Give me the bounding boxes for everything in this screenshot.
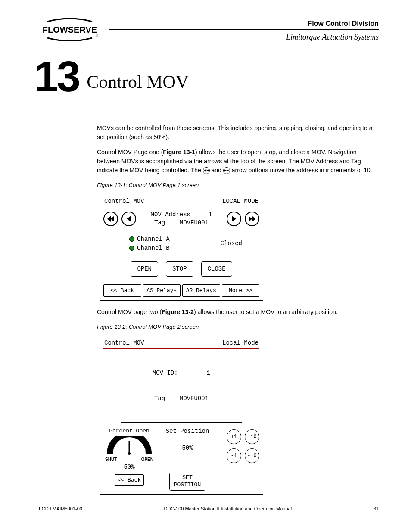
percent-open-label: Percent Open bbox=[103, 427, 155, 436]
mov-tag-label: Tag MOVFU001 bbox=[103, 395, 259, 403]
footer-page-number: 61 bbox=[374, 506, 379, 511]
position-gauge bbox=[103, 436, 155, 456]
fast-forward-button[interactable] bbox=[245, 212, 259, 226]
back-nav-button[interactable]: << Back bbox=[103, 284, 141, 297]
body-paragraph: Control MOV Page one (Figure 13-1) allow… bbox=[97, 148, 374, 175]
svg-line-13 bbox=[142, 450, 146, 452]
plus-one-button[interactable]: +1 bbox=[227, 429, 241, 444]
open-button[interactable]: OPEN bbox=[131, 261, 158, 277]
svg-marker-7 bbox=[252, 216, 255, 222]
mode-label: LOCAL MODE bbox=[222, 197, 258, 206]
mode-label: Local Mode bbox=[222, 339, 258, 348]
channel-a-row: Channel A bbox=[129, 235, 170, 244]
mov-id-label: MOV ID: 1 bbox=[103, 369, 259, 378]
fast-back-button[interactable] bbox=[103, 212, 118, 226]
division-label: Flow Control Division bbox=[109, 20, 379, 28]
svg-marker-5 bbox=[232, 216, 236, 222]
plus-ten-button[interactable]: +10 bbox=[245, 429, 259, 444]
back-nav-button[interactable]: << Back bbox=[115, 474, 144, 486]
stop-button[interactable]: STOP bbox=[166, 261, 193, 277]
screen-title: Control MOV bbox=[104, 339, 144, 348]
percent-value: 50% bbox=[103, 463, 155, 472]
as-relays-button[interactable]: AS Relays bbox=[143, 284, 181, 297]
set-position-label: Set Position bbox=[159, 427, 215, 436]
ar-relays-button[interactable]: AR Relays bbox=[182, 284, 220, 297]
mov-tag-label: Tag MOVFU001 bbox=[140, 219, 223, 227]
shut-label: SHUT bbox=[105, 456, 117, 463]
svg-marker-6 bbox=[249, 216, 252, 222]
set-position-value: 50% bbox=[159, 444, 215, 453]
status-dot-icon bbox=[129, 236, 134, 242]
svg-line-8 bbox=[113, 450, 116, 452]
divider bbox=[121, 422, 242, 423]
channel-b-row: Channel B bbox=[129, 244, 170, 253]
screen-title: Control MOV bbox=[104, 197, 144, 206]
set-position-button[interactable]: SETPOSITION bbox=[169, 473, 206, 491]
svg-line-9 bbox=[118, 444, 120, 447]
status-dot-icon bbox=[129, 246, 134, 251]
more-nav-button[interactable]: More >> bbox=[222, 284, 260, 297]
footer-manual-title: DDC-100 Master Station II Installation a… bbox=[164, 506, 292, 511]
figure-caption: Figure 13-2: Control MOV Page 2 screen bbox=[97, 323, 374, 331]
chapter-title: Control MOV bbox=[87, 73, 189, 91]
divider bbox=[121, 230, 242, 230]
minus-ten-button[interactable]: -10 bbox=[245, 448, 259, 463]
svg-text:FLOWSERVE: FLOWSERVE bbox=[43, 25, 97, 34]
svg-line-11 bbox=[133, 440, 134, 444]
control-mov-page2-screen: Control MOV Local Mode MOV ID: 1 Tag MOV… bbox=[100, 336, 263, 495]
chapter-number: 13 bbox=[34, 55, 79, 98]
svg-point-15 bbox=[128, 452, 131, 455]
control-mov-page1-screen: Control MOV LOCAL MODE MOV Address 1 Tag… bbox=[100, 194, 263, 301]
open-label: OPEN bbox=[141, 456, 153, 463]
svg-line-12 bbox=[139, 444, 141, 447]
body-paragraph: Control MOV page two (Figure 13-2) allow… bbox=[97, 308, 374, 317]
back-button[interactable] bbox=[121, 212, 136, 226]
figure-caption: Figure 13-1: Control MOV Page 1 screen bbox=[97, 181, 374, 190]
minus-one-button[interactable]: -1 bbox=[227, 448, 241, 463]
valve-state-label: Closed bbox=[221, 239, 242, 248]
svg-line-10 bbox=[124, 440, 125, 444]
product-line-label: Limitorque Actuation Systems bbox=[109, 33, 379, 42]
close-button[interactable]: CLOSE bbox=[201, 261, 232, 277]
svg-marker-4 bbox=[127, 216, 131, 222]
fast-back-icon: ◀◀ bbox=[203, 167, 210, 174]
svg-marker-3 bbox=[111, 216, 114, 222]
flowserve-logo: FLOWSERVE ® bbox=[39, 18, 101, 41]
header-rule bbox=[109, 29, 379, 30]
footer-doc-number: FCD LMAIM5001-00 bbox=[39, 506, 82, 511]
mov-address-label: MOV Address 1 bbox=[140, 211, 223, 219]
fast-forward-icon: ▶▶ bbox=[223, 167, 230, 174]
svg-marker-2 bbox=[107, 216, 111, 222]
svg-text:®: ® bbox=[96, 34, 98, 38]
body-paragraph: MOVs can be controlled from these screen… bbox=[97, 124, 374, 142]
forward-button[interactable] bbox=[227, 212, 241, 226]
